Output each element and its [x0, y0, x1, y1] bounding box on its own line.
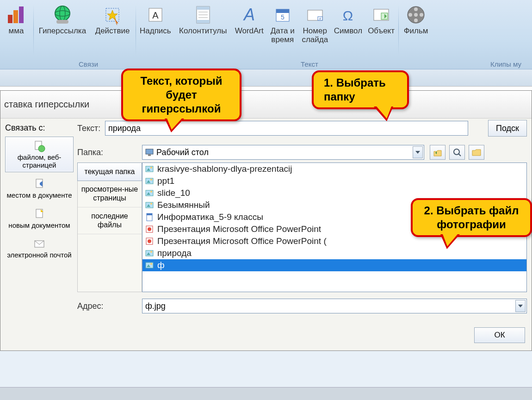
svg-point-3: [55, 6, 70, 21]
ribbon-btn-chart[interactable]: мма: [0, 2, 32, 37]
ribbon-btn-movie[interactable]: Фильм: [400, 2, 432, 37]
omega-icon: Ω: [337, 4, 359, 26]
screen-tip-button[interactable]: Подск: [488, 120, 527, 137]
ok-button[interactable]: ОК: [474, 327, 525, 343]
svg-rect-49: [146, 178, 153, 184]
ribbon-btn-wordart[interactable]: A WordArt: [232, 2, 266, 37]
bookmark-doc-icon: [33, 178, 46, 191]
svg-text:5: 5: [281, 13, 285, 21]
svg-rect-19: [276, 9, 289, 13]
file-type-icon: [144, 248, 155, 258]
callout-select-folder: 1. Выбрать папку: [312, 70, 409, 109]
folder-label: Папка:: [77, 148, 142, 157]
file-type-icon: [144, 212, 155, 222]
svg-point-33: [420, 13, 423, 17]
up-folder-button[interactable]: [430, 145, 445, 160]
svg-marker-70: [518, 305, 523, 307]
svg-point-32: [408, 13, 412, 17]
file-type-icon: [144, 236, 155, 246]
link-to-sidebar: файлом, веб-страницей местом в документе…: [5, 137, 74, 313]
svg-rect-13: [197, 20, 210, 23]
svg-rect-46: [146, 166, 153, 172]
textbox-icon: A: [144, 4, 167, 26]
tab-browsed-pages[interactable]: просмотрен-ные страницы: [78, 181, 142, 207]
tab-recent-files[interactable]: последние файлы: [78, 207, 142, 234]
file-item[interactable]: slide_10: [142, 187, 526, 199]
folder-combobox[interactable]: Рабочий стол: [142, 145, 424, 160]
dialog-title: ставка гиперссылки: [4, 99, 89, 110]
browse-web-button[interactable]: [449, 145, 465, 160]
svg-rect-12: [197, 6, 210, 10]
headerfooter-icon: [192, 4, 214, 26]
svg-line-45: [458, 154, 461, 156]
calendar-icon: 5: [272, 4, 294, 26]
svg-rect-42: [148, 154, 151, 156]
wordart-icon: A: [238, 4, 260, 26]
svg-rect-52: [146, 190, 153, 196]
svg-marker-8: [107, 10, 118, 20]
ribbon-group-links: Связи: [79, 60, 98, 68]
ribbon-btn-textbox[interactable]: A Надпись: [137, 2, 174, 37]
dialog-titlebar: ставка гиперссылки: [0, 91, 532, 119]
file-type-icon: [144, 200, 155, 210]
svg-point-48: [150, 167, 152, 169]
desktop-icon: [144, 147, 155, 157]
svg-point-66: [150, 251, 152, 253]
browse-file-button[interactable]: [469, 145, 484, 160]
file-type-icon: [144, 224, 155, 234]
link-opt-new-doc[interactable]: новым документом: [5, 205, 74, 232]
ribbon-btn-action[interactable]: Действие: [90, 2, 135, 37]
svg-point-30: [414, 7, 418, 11]
svg-rect-0: [8, 15, 12, 23]
chevron-down-icon[interactable]: [413, 146, 423, 158]
ribbon-btn-object[interactable]: Объект: [365, 2, 397, 37]
svg-text:#: #: [319, 17, 322, 21]
star-cursor-icon: [101, 4, 124, 26]
svg-text:A: A: [243, 5, 255, 24]
ribbon-btn-datetime[interactable]: 5 Дата и время: [266, 2, 299, 45]
link-opt-file-web[interactable]: файлом, веб-страницей: [5, 137, 74, 172]
ribbon-btn-headerfooter[interactable]: Колонтитулы: [174, 2, 232, 37]
file-item[interactable]: krasivye-shablony-dlya-prezentacij: [142, 163, 526, 175]
svg-point-69: [150, 263, 152, 265]
file-item[interactable]: ф: [142, 259, 526, 271]
slidenumber-icon: #: [304, 4, 326, 26]
svg-point-54: [150, 191, 152, 193]
file-type-icon: [144, 176, 155, 186]
file-type-icon: [144, 188, 155, 198]
ribbon-btn-symbol[interactable]: Ω Символ: [331, 2, 365, 37]
link-opt-place-in-doc[interactable]: местом в документе: [5, 175, 74, 202]
svg-rect-55: [146, 202, 153, 208]
svg-point-63: [148, 239, 151, 243]
svg-marker-43: [415, 151, 420, 154]
ribbon-btn-hyperlink[interactable]: Гиперссылка: [35, 2, 90, 37]
page-globe-icon: [33, 140, 46, 153]
svg-rect-59: [147, 213, 152, 215]
film-reel-icon: [405, 4, 427, 26]
address-combobox[interactable]: ф.jpg: [142, 299, 527, 313]
ribbon-group-text: Текст: [301, 60, 318, 68]
ribbon-group-media: Клипы му: [490, 60, 521, 68]
ribbon-btn-slidenumber[interactable]: # Номер слайда: [299, 2, 331, 45]
tab-current-folder[interactable]: текущая папка: [77, 162, 142, 181]
object-icon: [370, 4, 392, 26]
chevron-down-icon[interactable]: [515, 300, 526, 312]
svg-point-29: [414, 13, 418, 17]
svg-rect-2: [19, 6, 24, 23]
link-opt-email[interactable]: электронной почтой: [5, 235, 74, 262]
ribbon: мма Гиперссылка Действие A Надпись Колон…: [0, 0, 532, 69]
chart-icon: [5, 4, 27, 26]
svg-point-31: [414, 19, 418, 22]
svg-point-35: [38, 145, 45, 152]
svg-rect-41: [146, 149, 153, 154]
svg-text:A: A: [152, 10, 159, 20]
file-item[interactable]: природа: [142, 247, 526, 259]
file-type-icon: [144, 164, 155, 174]
address-label: Адрес:: [77, 301, 142, 311]
display-text-input[interactable]: [105, 121, 468, 136]
file-item[interactable]: ppt1: [142, 175, 526, 187]
email-icon: [33, 238, 46, 250]
new-doc-icon: [33, 208, 46, 221]
svg-point-51: [150, 179, 152, 181]
svg-point-57: [150, 203, 152, 205]
